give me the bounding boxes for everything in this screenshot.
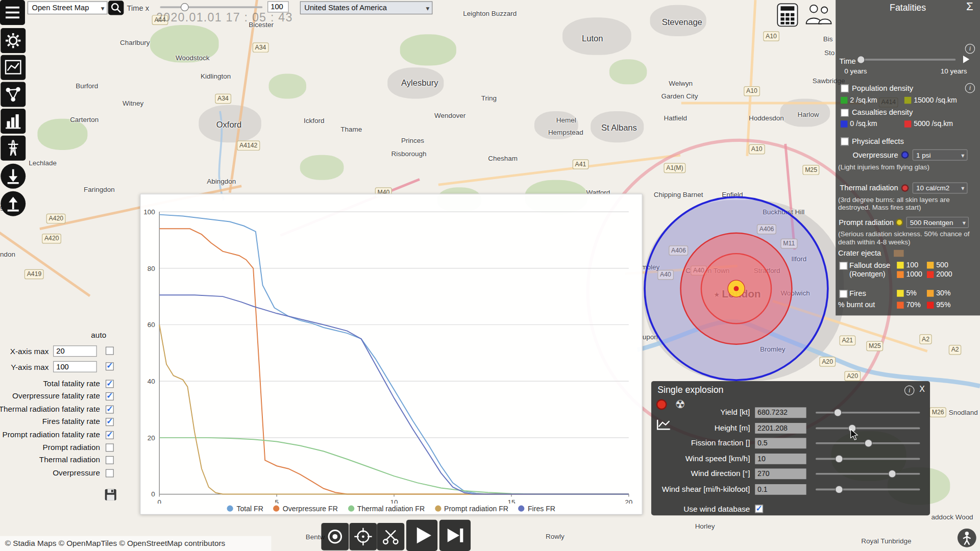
param-slider-wind-direction-[interactable] (816, 470, 920, 478)
clip-tool-button[interactable] (377, 523, 404, 550)
slider-thumb[interactable] (857, 56, 865, 64)
info-icon[interactable]: i (965, 83, 975, 93)
x-axis-max-label: X-axis max (0, 347, 49, 356)
time-multiplier-input[interactable] (267, 1, 289, 12)
param-input-yield-kt-[interactable] (755, 407, 806, 418)
toggle-checkbox-fires-fatality-rate[interactable] (106, 418, 114, 426)
download-button[interactable] (1, 164, 26, 189)
color-swatch (904, 120, 911, 127)
casualties-density-scale: 0 /sq.km5000 /sq.km (841, 120, 968, 128)
toggle-checkbox-overpressure-fatality-rate[interactable] (106, 392, 114, 400)
map-label-leighton-buzzard: Leighton Buzzard (463, 9, 517, 17)
record-target-button[interactable] (321, 523, 349, 550)
chart-tool-button[interactable] (1, 55, 26, 80)
slider-track[interactable] (816, 412, 920, 414)
play-button[interactable] (406, 520, 437, 551)
slider-track[interactable] (816, 458, 920, 460)
slider-track[interactable] (816, 489, 920, 491)
legend-label: Prompt radiation FR (444, 505, 508, 512)
slider-thumb[interactable] (888, 470, 896, 478)
slider-thumb[interactable] (835, 455, 843, 463)
save-chart-icon[interactable] (104, 488, 117, 502)
y-axis-auto-checkbox[interactable] (106, 362, 114, 370)
crater-ejecta-swatch (894, 250, 904, 257)
swatch-value: 100 (906, 261, 918, 269)
time-play-button[interactable] (963, 56, 969, 63)
x-axis-max-input[interactable] (53, 345, 97, 357)
slider-thumb[interactable] (181, 3, 189, 11)
crosshair-button[interactable] (349, 523, 377, 550)
skip-button[interactable] (439, 520, 471, 551)
color-swatch (927, 302, 934, 308)
map-label-witney: Witney (122, 99, 143, 107)
slider-track[interactable] (857, 59, 955, 61)
wind-database-checkbox[interactable] (755, 505, 763, 513)
time-multiplier-slider[interactable] (160, 3, 262, 11)
toggle-checkbox-thermal-radiation[interactable] (106, 456, 114, 464)
fallout-dose-checkbox[interactable] (839, 262, 847, 270)
toggle-checkbox-prompt-radiation-fatality-rate[interactable] (106, 431, 114, 439)
casualties-density-checkbox[interactable] (841, 109, 849, 117)
accessibility-button[interactable] (958, 529, 976, 547)
legend-dot (273, 506, 279, 512)
param-slider-fission-fraction-[interactable] (816, 439, 920, 447)
slider-track[interactable] (816, 473, 920, 475)
country-select[interactable]: United States of America (300, 1, 433, 14)
hamburger-menu-button[interactable] (0, 0, 25, 25)
info-icon[interactable]: i (904, 386, 915, 396)
fires-label: Fires (849, 289, 866, 298)
y-axis-max-input[interactable] (53, 361, 97, 372)
settings-button[interactable] (1, 28, 26, 53)
param-input-wind-shear-mi-h-kilofoot-[interactable] (755, 484, 806, 495)
population-icon[interactable] (804, 3, 834, 28)
slider-track[interactable] (816, 427, 920, 429)
slider-thumb[interactable] (835, 485, 843, 493)
param-input-wind-direction-[interactable] (755, 469, 806, 480)
road-badge-a10: A10 (744, 86, 760, 96)
overpressure-select[interactable]: 1 psi (913, 149, 968, 161)
fatalities-time-slider[interactable] (857, 56, 955, 64)
param-input-height-m-[interactable] (755, 422, 806, 433)
prompt-radiation-select[interactable]: 500 Roentgen (906, 217, 969, 228)
target-icon (321, 523, 349, 550)
fires-checkbox[interactable] (839, 290, 847, 298)
slider-thumb[interactable] (864, 439, 872, 447)
population-density-checkbox[interactable] (841, 84, 849, 92)
map-label-kidlington: Kidlington (201, 72, 231, 80)
thermal-radiation-select[interactable]: 10 cal/cm2 (913, 183, 968, 194)
calculator-icon[interactable] (776, 3, 799, 27)
param-slider-height-m-[interactable] (816, 424, 920, 432)
physical-effects-checkbox[interactable] (841, 137, 849, 145)
toggle-checkbox-thermal-radiation-fatality-rate[interactable] (106, 405, 114, 413)
close-button[interactable]: X (919, 384, 925, 393)
map-label-snodland: Snodland (949, 409, 978, 416)
node-graph-button[interactable] (1, 82, 26, 107)
search-button[interactable] (108, 1, 124, 15)
toggle-checkbox-overpressure[interactable] (106, 469, 114, 477)
swatch-value: 0 /sq.km (850, 120, 877, 128)
toggle-checkbox-total-fatality-rate[interactable] (106, 380, 114, 388)
slider-track[interactable] (160, 6, 262, 8)
sigma-icon[interactable]: Σ (966, 0, 973, 13)
svg-text:0: 0 (151, 490, 155, 498)
param-input-wind-speed-km-h-[interactable] (755, 454, 806, 464)
x-axis-auto-checkbox[interactable] (106, 347, 114, 355)
bar-chart-button[interactable] (1, 109, 26, 134)
svg-text:20: 20 (148, 434, 155, 442)
param-slider-yield-kt-[interactable] (816, 409, 920, 417)
swatch-value: 5000 /sq.km (914, 120, 953, 128)
slider-thumb[interactable] (834, 409, 842, 417)
info-icon[interactable]: i (965, 44, 975, 54)
map-style-select[interactable]: Open Street Map (28, 1, 108, 14)
power-grid-button[interactable] (1, 136, 26, 161)
svg-text:10: 10 (390, 498, 398, 504)
param-slider-wind-shear-mi-h-kilofoot-[interactable] (816, 485, 920, 493)
download-icon (1, 164, 26, 189)
toggle-checkbox-prompt-radiation[interactable] (106, 443, 114, 452)
upload-button[interactable] (1, 191, 26, 216)
hamburger-menu-icon (0, 0, 25, 25)
param-input-fission-fraction-[interactable] (755, 438, 806, 449)
color-swatch (897, 290, 903, 296)
road-badge-a41: A41 (573, 159, 589, 169)
param-slider-wind-speed-km-h-[interactable] (816, 455, 920, 463)
